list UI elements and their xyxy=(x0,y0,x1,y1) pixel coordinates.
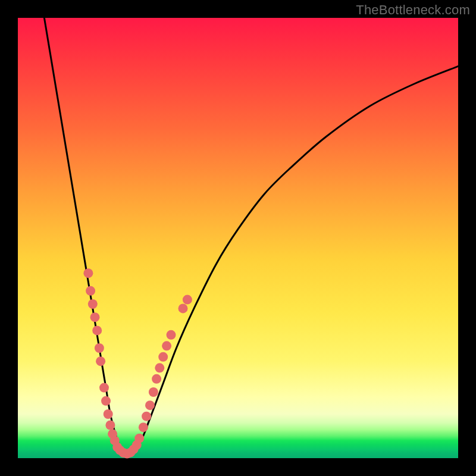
data-marker xyxy=(90,312,100,322)
chart-frame: TheBottleneck.com xyxy=(0,0,476,476)
data-marker xyxy=(134,434,144,443)
data-marker xyxy=(162,341,171,350)
data-marker xyxy=(101,396,111,406)
data-marker xyxy=(104,409,113,419)
data-marker xyxy=(158,352,168,362)
data-marker xyxy=(145,400,155,410)
data-marker xyxy=(105,421,115,430)
data-marker xyxy=(178,303,188,313)
data-marker xyxy=(167,330,176,340)
watermark-text: TheBottleneck.com xyxy=(356,2,470,18)
data-marker xyxy=(86,286,95,296)
data-marker xyxy=(96,356,105,366)
plot-area xyxy=(18,18,458,458)
data-marker xyxy=(95,343,104,353)
data-marker xyxy=(152,374,161,384)
data-marker xyxy=(83,268,93,278)
data-marker xyxy=(183,295,192,305)
data-marker xyxy=(99,383,109,393)
data-marker xyxy=(139,422,148,432)
data-marker xyxy=(155,363,164,372)
data-marker xyxy=(142,412,151,421)
chart-svg xyxy=(18,18,458,458)
data-marker xyxy=(88,299,98,309)
data-marker xyxy=(149,387,158,397)
data-marker xyxy=(92,325,102,335)
marker-layer xyxy=(83,268,192,458)
